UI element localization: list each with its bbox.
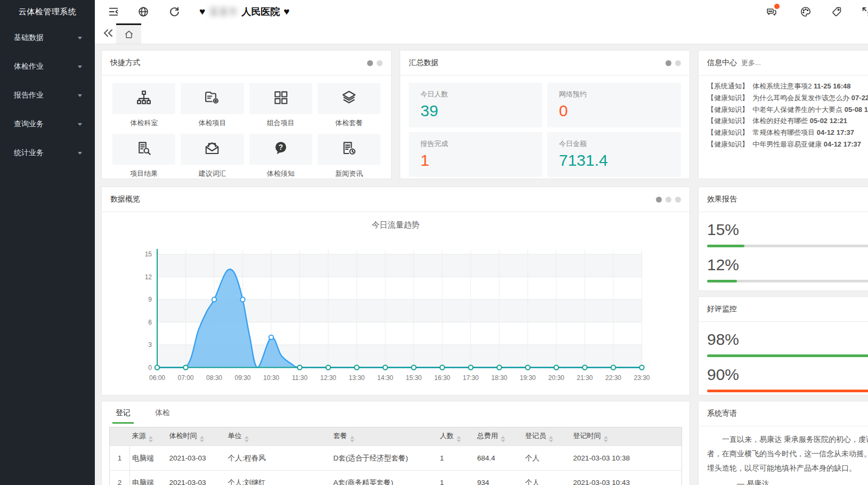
shortcut-体检项目[interactable]: 体检项目 <box>181 83 244 128</box>
svg-text:15: 15 <box>145 250 152 258</box>
chart-title: 今日流量趋势 <box>102 220 689 230</box>
sidebar-item-label: 统计业务 <box>14 148 44 158</box>
sidebar: 云体检管理系统 基础数据 体检作业 报告作业 查询业务 统计业务 <box>0 0 95 485</box>
col-header-体检时间[interactable]: 体检时间 <box>167 427 226 446</box>
sort-icon[interactable] <box>549 436 553 442</box>
progress-fill <box>707 354 868 357</box>
carousel-dot-active[interactable] <box>656 197 662 203</box>
shortcut-体检套餐[interactable]: 体检套餐 <box>318 83 380 128</box>
col-header-套餐[interactable]: 套餐 <box>331 427 438 446</box>
shortcut-体检科室[interactable]: 体检科室 <box>112 83 175 128</box>
info-center-more-link[interactable]: 更多... <box>741 58 761 68</box>
col-header-单位[interactable]: 单位 <box>226 427 331 446</box>
registry-table: 来源体检时间单位套餐人数总费用登记员登记时间 1电脑端2021-03-03个人:… <box>109 427 682 485</box>
sort-icon[interactable] <box>149 436 153 442</box>
news-item[interactable]: 【健康知识】 为什么耳鸣会反复发作该怎么办 07-22 16:05 <box>707 92 868 104</box>
table-cell: D套(适合于经济型套餐) <box>331 446 438 471</box>
tab-home[interactable] <box>116 23 141 44</box>
svg-text:12: 12 <box>145 273 152 281</box>
svg-text:9: 9 <box>148 296 152 303</box>
svg-text:17:30: 17:30 <box>463 374 478 382</box>
refresh-icon[interactable] <box>168 6 180 18</box>
news-item[interactable]: 【健康知识】 体检的好处有哪些 05-02 12:21 <box>707 115 868 127</box>
registry-tab-体检[interactable]: 体检 <box>155 408 170 424</box>
sort-icon[interactable] <box>200 436 204 442</box>
shortcut-组合项目[interactable]: 组合项目 <box>249 83 312 128</box>
fullscreen-icon[interactable] <box>861 6 868 18</box>
system-motto-title: 系统寄语 <box>707 409 737 418</box>
svg-text:20:30: 20:30 <box>548 374 564 382</box>
table-cell: 电脑端 <box>130 446 167 471</box>
registry-tabs: 登记体检 <box>102 401 689 424</box>
col-header-来源[interactable]: 来源 <box>130 427 167 446</box>
table-cell: 1 <box>438 446 475 471</box>
carousel-dot[interactable] <box>377 60 383 66</box>
svg-text:3: 3 <box>148 341 152 349</box>
svg-text:06:00: 06:00 <box>149 374 165 382</box>
shortcut-体检须知[interactable]: ? 体检须知 <box>249 134 312 179</box>
theme-palette-icon[interactable] <box>800 6 812 18</box>
carousel-dot[interactable] <box>675 60 681 66</box>
shortcut-label: 组合项目 <box>249 118 312 128</box>
carousel-dot-active[interactable] <box>367 60 373 66</box>
collapse-tabs-icon[interactable] <box>102 27 115 42</box>
registry-tab-登记[interactable]: 登记 <box>116 408 131 424</box>
summary-panel: 汇总数据 今日人数 39 网络预约 0 报告完成 1 今日金额 7131.4 <box>400 50 690 179</box>
col-header-登记时间[interactable]: 登记时间 <box>571 427 682 446</box>
svg-text:13:30: 13:30 <box>348 374 364 382</box>
sort-icon[interactable] <box>457 436 461 442</box>
news-item[interactable]: 【健康知识】 常规体检有哪些项目 04-12 17:37 <box>707 127 868 139</box>
svg-text:19:30: 19:30 <box>520 374 536 382</box>
traffic-trend-chart[interactable]: 0369121506:0007:0008:3009:3010:3011:3012… <box>102 235 689 397</box>
stat-card-1: 网络预约 0 <box>547 83 681 127</box>
percent-value: 12% <box>707 256 868 274</box>
col-header-登记员[interactable]: 登记员 <box>523 427 571 446</box>
sidebar-item-3[interactable]: 查询业务 <box>0 110 95 139</box>
tag-icon[interactable] <box>831 6 842 18</box>
carousel-dot-active[interactable] <box>666 60 671 66</box>
table-row[interactable]: 1电脑端2021-03-03个人:程春风D套(适合于经济型套餐)1684.4个人… <box>110 446 682 471</box>
news-item[interactable]: 【系统通知】 体检系统注意事项2 11-25 16:48 <box>707 80 868 92</box>
svg-text:18:30: 18:30 <box>491 374 507 382</box>
messages-icon[interactable] <box>766 6 777 18</box>
sidebar-item-0[interactable]: 基础数据 <box>0 23 95 52</box>
review-monitor-title: 好评监控 <box>707 304 737 314</box>
system-motto-panel: 系统寄语 一直以来，易康达 秉承服务医院的初心，虔诚者，在商业横飞的当今时代，这… <box>698 401 868 485</box>
table-row[interactable]: 2电脑端2021-03-03个人:刘继红A套(商务精英套餐)1934个人2021… <box>110 471 682 485</box>
motto-line: 者，在商业横飞的当今时代，这一信念从未动摇。 <box>707 447 868 461</box>
table-cell: 个人:刘继红 <box>226 471 331 485</box>
review-monitor-panel: 好评监控 98% 90% <box>698 296 868 395</box>
sidebar-item-label: 查询业务 <box>14 119 44 129</box>
col-header-总费用[interactable]: 总费用 <box>475 427 523 446</box>
sort-icon[interactable] <box>501 436 505 442</box>
folder-gear-icon <box>204 90 220 108</box>
sidebar-menu: 基础数据 体检作业 报告作业 查询业务 统计业务 <box>0 23 95 167</box>
col-header-人数[interactable]: 人数 <box>438 427 475 446</box>
heart-icon: ♥ <box>199 6 205 18</box>
carousel-dot[interactable] <box>675 197 681 203</box>
shortcut-新闻资讯[interactable]: 新闻资讯 <box>318 134 380 179</box>
sort-icon[interactable] <box>350 436 354 442</box>
shortcut-label: 体检项目 <box>181 118 244 128</box>
globe-icon[interactable] <box>137 6 149 18</box>
news-item[interactable]: 【健康知识】 中年男性最容易亚健康 04-12 17:37 <box>707 139 868 150</box>
svg-text:23:30: 23:30 <box>634 374 650 382</box>
carousel-dots <box>666 60 681 66</box>
registry-panel: 登记体检 来源体检时间单位套餐人数总费用登记员登记时间 1电脑端2021-03-… <box>101 401 690 485</box>
menu-fold-icon[interactable] <box>108 6 119 18</box>
sidebar-item-2[interactable]: 报告作业 <box>0 81 95 110</box>
shortcut-项目结果[interactable]: 项目结果 <box>112 134 175 179</box>
shortcut-建议词汇[interactable]: 建议词汇 <box>181 134 244 179</box>
sort-icon[interactable] <box>604 436 608 442</box>
chevron-down-icon <box>78 123 82 126</box>
svg-text:11:30: 11:30 <box>292 374 307 382</box>
sort-icon[interactable] <box>245 436 249 442</box>
data-overview-title: 数据概览 <box>110 195 140 204</box>
table-cell: 684.4 <box>475 446 523 471</box>
sidebar-item-1[interactable]: 体检作业 <box>0 52 95 81</box>
carousel-dot[interactable] <box>666 197 671 203</box>
effect-report-item-1: 12% <box>707 256 868 282</box>
sidebar-item-4[interactable]: 统计业务 <box>0 139 95 167</box>
news-item[interactable]: 【健康知识】 中老年人保健养生的十大要点 05-08 11:30 <box>707 104 868 116</box>
progress-fill <box>707 280 737 282</box>
